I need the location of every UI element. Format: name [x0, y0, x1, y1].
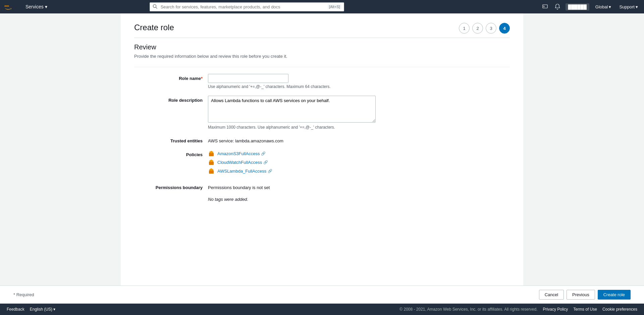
page-title: Create role: [134, 23, 174, 32]
top-nav: aws Services ▾ [Alt+S]: [0, 0, 644, 13]
services-chevron-icon: ▾: [45, 4, 47, 9]
permissions-boundary-value: Permissions boundary is not set: [208, 183, 436, 190]
policy-link-3[interactable]: AWSLambda_FullAccess 🔗: [217, 169, 272, 174]
nav-right: ██████ Global ▾ Support ▾: [541, 2, 640, 11]
support-chevron-icon: ▾: [636, 4, 638, 9]
create-role-button[interactable]: Create role: [598, 290, 631, 300]
step-4[interactable]: 4: [499, 23, 510, 34]
policy-box-icon-2: [208, 159, 215, 166]
cloud-shell-button[interactable]: [541, 2, 549, 11]
bell-icon-button[interactable]: [553, 2, 561, 11]
step-1[interactable]: 1: [459, 23, 470, 34]
permissions-boundary-content: Permissions boundary is not set: [208, 183, 436, 190]
role-description-hint: Maximum 1000 characters. Use alphanumeri…: [208, 125, 436, 130]
section-description: Provide the required information below a…: [134, 54, 510, 59]
cookies-link[interactable]: Cookie preferences: [602, 307, 637, 312]
trusted-entities-content: AWS service: lambda.amazonaws.com: [208, 136, 436, 143]
footer: Feedback English (US) ▾ © 2008 - 2021, A…: [0, 304, 644, 315]
language-link[interactable]: English (US) ▾: [30, 307, 56, 312]
role-description-row: Role description Allows Lambda functions…: [134, 96, 436, 130]
search-shortcut: [Alt+S]: [328, 4, 341, 9]
required-note: * Required: [13, 292, 34, 297]
divider: [134, 67, 510, 67]
cancel-button[interactable]: Cancel: [539, 290, 564, 300]
role-name-label: Role name*: [134, 74, 208, 81]
terms-link[interactable]: Terms of Use: [573, 307, 597, 312]
no-tags-text: No tags were added.: [134, 197, 510, 202]
step-2[interactable]: 2: [472, 23, 483, 34]
external-link-icon-2: 🔗: [263, 160, 268, 165]
support-label: Support: [619, 4, 635, 9]
role-name-hint: Use alphanumeric and '+=,@-_' characters…: [208, 84, 436, 89]
policy-item-2: CloudWatchFullAccess 🔗: [208, 159, 436, 166]
external-link-icon-3: 🔗: [268, 169, 272, 173]
role-name-content: Use alphanumeric and '+=,@-_' characters…: [208, 74, 436, 89]
footer-left: Feedback English (US) ▾: [7, 307, 55, 312]
policy-box-icon-1: [208, 150, 215, 157]
svg-line-2: [156, 7, 157, 8]
role-description-textarea[interactable]: Allows Lambda functions to call AWS serv…: [208, 96, 376, 123]
role-name-row: Role name* Use alphanumeric and '+=,@-_'…: [134, 74, 436, 89]
create-role-form: Role name* Use alphanumeric and '+=,@-_'…: [134, 74, 436, 190]
permissions-boundary-row: Permissions boundary Permissions boundar…: [134, 183, 436, 190]
aws-logo[interactable]: aws: [4, 3, 17, 11]
user-name[interactable]: ██████: [566, 3, 589, 10]
bottom-action-bar: * Required Cancel Previous Create role: [0, 285, 644, 304]
language-chevron-icon: ▾: [53, 307, 55, 312]
support-button[interactable]: Support ▾: [617, 3, 640, 11]
search-bar: [Alt+S]: [150, 2, 344, 11]
trusted-entities-row: Trusted entities AWS service: lambda.ama…: [134, 136, 436, 143]
role-name-input[interactable]: [208, 74, 288, 83]
search-input[interactable]: [150, 2, 344, 11]
region-chevron-icon: ▾: [609, 4, 611, 9]
policy-link-2[interactable]: CloudWatchFullAccess 🔗: [217, 160, 268, 165]
svg-rect-3: [543, 5, 547, 8]
services-menu-button[interactable]: Services ▾: [23, 3, 50, 11]
policy-link-1[interactable]: AmazonS3FullAccess 🔗: [217, 151, 266, 156]
main-content: Create role 1 2 3 4 Review Provide the r…: [121, 13, 523, 285]
policies-row: Policies AmazonS3FullAccess 🔗: [134, 150, 436, 176]
search-icon: [153, 4, 157, 10]
trusted-entities-value: AWS service: lambda.amazonaws.com: [208, 136, 436, 143]
previous-button[interactable]: Previous: [567, 290, 595, 300]
step-3[interactable]: 3: [486, 23, 496, 34]
steps-container: 1 2 3 4: [459, 23, 510, 34]
trusted-entities-label: Trusted entities: [134, 136, 208, 143]
copyright: © 2008 - 2021, Amazon Web Services, Inc.…: [399, 307, 537, 312]
policies-content: AmazonS3FullAccess 🔗 CloudWatchFullAcces…: [208, 150, 436, 176]
svg-text:aws: aws: [4, 4, 9, 7]
policies-label: Policies: [134, 150, 208, 157]
region-button[interactable]: Global ▾: [593, 3, 613, 11]
policy-item-3: AWSLambda_FullAccess 🔗: [208, 168, 436, 174]
bottom-actions: Cancel Previous Create role: [539, 290, 631, 300]
footer-right: © 2008 - 2021, Amazon Web Services, Inc.…: [399, 307, 637, 312]
external-link-icon-1: 🔗: [261, 151, 266, 156]
role-description-content: Allows Lambda functions to call AWS serv…: [208, 96, 436, 130]
policy-item-1: AmazonS3FullAccess 🔗: [208, 150, 436, 157]
policy-box-icon-3: [208, 168, 215, 174]
region-label: Global: [595, 4, 608, 9]
feedback-link[interactable]: Feedback: [7, 307, 24, 312]
permissions-boundary-label: Permissions boundary: [134, 183, 208, 190]
privacy-link[interactable]: Privacy Policy: [543, 307, 568, 312]
services-label: Services: [25, 4, 44, 9]
page-header: Create role 1 2 3 4: [134, 23, 510, 38]
role-description-label: Role description: [134, 96, 208, 103]
section-title: Review: [134, 43, 510, 51]
